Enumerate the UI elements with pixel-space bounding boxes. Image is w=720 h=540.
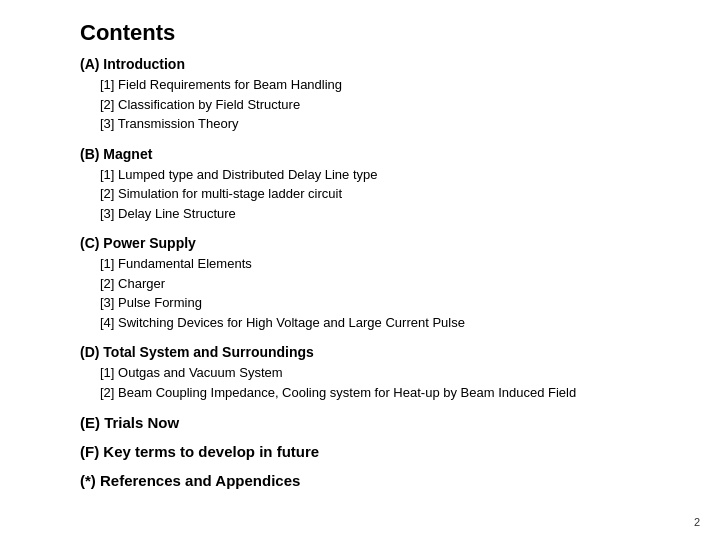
section-heading-f: (F) Key terms to develop in future (80, 443, 640, 460)
section-item: [1] Lumped type and Distributed Delay Li… (100, 165, 640, 185)
section-item: [3] Pulse Forming (100, 293, 640, 313)
section-heading-e: (E) Trials Now (80, 414, 640, 431)
section-f: (F) Key terms to develop in future (80, 443, 640, 460)
section-items-a: [1] Field Requirements for Beam Handling… (80, 75, 640, 134)
section-heading-c: (C) Power Supply (80, 235, 640, 251)
section-d: (D) Total System and Surroundings[1] Out… (80, 344, 640, 402)
section-heading-a: (A) Introduction (80, 56, 640, 72)
section-item: [2] Beam Coupling Impedance, Cooling sys… (100, 383, 640, 403)
section-star: (*) References and Appendices (80, 472, 640, 489)
section-item: [1] Field Requirements for Beam Handling (100, 75, 640, 95)
section-heading-b: (B) Magnet (80, 146, 640, 162)
section-item: [1] Outgas and Vacuum System (100, 363, 640, 383)
section-item: [2] Simulation for multi-stage ladder ci… (100, 184, 640, 204)
page-number: 2 (694, 516, 700, 528)
section-a: (A) Introduction[1] Field Requirements f… (80, 56, 640, 134)
section-item: [3] Delay Line Structure (100, 204, 640, 224)
section-b: (B) Magnet[1] Lumped type and Distribute… (80, 146, 640, 224)
section-item: [3] Transmission Theory (100, 114, 640, 134)
section-heading-star: (*) References and Appendices (80, 472, 640, 489)
section-item: [2] Charger (100, 274, 640, 294)
page-title: Contents (80, 20, 640, 46)
sections-container: (A) Introduction[1] Field Requirements f… (80, 56, 640, 489)
section-item: [2] Classification by Field Structure (100, 95, 640, 115)
section-items-d: [1] Outgas and Vacuum System[2] Beam Cou… (80, 363, 640, 402)
section-heading-d: (D) Total System and Surroundings (80, 344, 640, 360)
section-item: [1] Fundamental Elements (100, 254, 640, 274)
page: Contents (A) Introduction[1] Field Requi… (0, 0, 720, 540)
section-c: (C) Power Supply[1] Fundamental Elements… (80, 235, 640, 332)
section-items-b: [1] Lumped type and Distributed Delay Li… (80, 165, 640, 224)
section-items-c: [1] Fundamental Elements[2] Charger[3] P… (80, 254, 640, 332)
section-e: (E) Trials Now (80, 414, 640, 431)
section-item: [4] Switching Devices for High Voltage a… (100, 313, 640, 333)
